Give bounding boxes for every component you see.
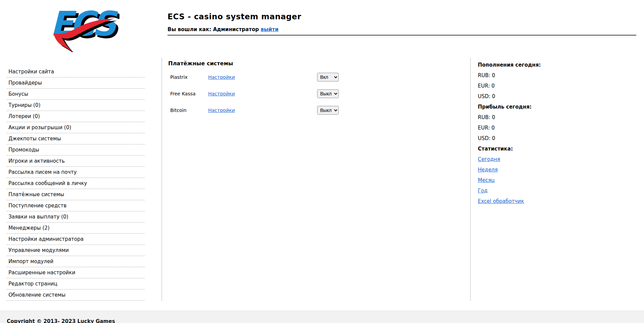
sidebar-menu-item[interactable]: Обновление системы [7,290,145,301]
payment-systems-list: Piastrix Настройки ВклВыкл Free Kassa На… [168,73,459,115]
sidebar-menu-item[interactable]: Редактор страниц [7,278,145,290]
statistics-link-row: Сегодня [478,157,579,167]
profit-value: RUB: 0 [478,115,579,125]
payment-system-name: Free Kassa [170,91,196,96]
payment-status-select[interactable]: ВклВыкл [317,89,339,98]
payment-status-select[interactable]: ВклВыкл [317,73,339,82]
ecs-logo: ECS ECS [45,4,119,52]
payment-system-row: Piastrix Настройки ВклВыкл [168,73,459,82]
sidebar-menu: Настройки сайта Провайдеры Бонусы Турнир… [7,66,145,301]
login-user: Администратор [213,26,259,32]
sidebar-menu-item[interactable]: Провайдеры [7,77,145,89]
sidebar-menu-item[interactable]: Джекпоты системы [7,133,145,144]
statistics-link[interactable]: Неделя [478,167,498,173]
payment-status-select[interactable]: ВклВыкл [317,106,339,115]
statistics-link[interactable]: Год [478,188,488,194]
sidebar-menu-item[interactable]: Турниры (0) [7,100,145,111]
footer: Copyright © 2013- 2023 Lucky Games [0,310,644,323]
payment-systems-title: Платёжные системы [168,60,459,67]
stats-panel: Пополнения сегодня: RUB: 0 EUR: 0 USD: 0… [478,62,579,209]
sidebar-menu-item[interactable]: Настройки сайта [7,66,145,77]
deposits-today-title: Пополнения сегодня: [478,62,579,73]
right-column-divider [470,58,471,301]
statistics-link[interactable]: Месяц [478,177,495,183]
sidebar-menu-item[interactable]: Импорт модулей [7,256,145,267]
sidebar-menu-item[interactable]: Рассылка писем на почту [7,167,145,178]
profit-today-values: RUB: 0 EUR: 0 USD: 0 [478,115,579,146]
payment-system-name: Bitcoin [170,108,186,113]
profit-value: EUR: 0 [478,125,579,136]
sidebar-menu-item[interactable]: Лотереи (0) [7,111,145,122]
sidebar-menu-item[interactable]: Бонусы [7,89,145,100]
payment-system-row: Bitcoin Настройки ВклВыкл [168,106,459,115]
statistics-title: Статистика: [478,146,579,157]
deposit-value: RUB: 0 [478,73,579,83]
payment-systems-panel: Платёжные системы Piastrix Настройки Вкл… [168,60,459,115]
sidebar-menu-item[interactable]: Рассылка сообщений в личку [7,178,145,189]
sidebar-menu-item[interactable]: Расширенные настройки [7,267,145,278]
sidebar-menu-item[interactable]: Игроки и активность [7,156,145,167]
sidebar-menu-item[interactable]: Управление модулями [7,245,145,256]
deposits-today-values: RUB: 0 EUR: 0 USD: 0 [478,73,579,104]
profit-today-title: Прибыль сегодня: [478,104,579,115]
deposit-value: EUR: 0 [478,83,579,94]
login-status-line: Вы вошли как: Администратор выйти [168,26,301,32]
statistics-links: Сегодня Неделя Месяц Год Excel обработчи… [478,157,579,209]
sidebar-menu-item[interactable]: Акции и розыгрыши (0) [7,122,145,133]
payment-settings-link[interactable]: Настройки [208,74,235,80]
header: ECS - casino system manager Вы вошли как… [168,12,301,32]
sidebar-menu-item[interactable]: Менеджеры (2) [7,223,145,234]
sidebar-menu-item[interactable]: Поступление средств [7,200,145,211]
sidebar-menu-item[interactable]: Промокоды [7,144,145,156]
statistics-link-row: Excel обработчик [478,199,579,209]
sidebar-menu-item[interactable]: Настройки администратора [7,234,145,245]
statistics-link-row: Месяц [478,178,579,188]
page-title: ECS - casino system manager [168,12,301,21]
statistics-link[interactable]: Excel обработчик [478,198,524,204]
sidebar-menu-item[interactable]: Платёжные системы [7,189,145,200]
copyright-text: Copyright © 2013- 2023 Lucky Games [7,318,115,323]
statistics-link[interactable]: Сегодня [478,156,500,162]
payment-system-row: Free Kassa Настройки ВклВыкл [168,89,459,98]
payment-system-name: Piastrix [170,74,187,80]
statistics-link-row: Неделя [478,167,579,178]
logout-link[interactable]: выйти [261,26,279,32]
sidebar-menu-item[interactable]: Заявки на выплату (0) [7,211,145,223]
statistics-link-row: Год [478,188,579,199]
payment-settings-link[interactable]: Настройки [208,108,235,113]
payment-settings-link[interactable]: Настройки [208,91,235,96]
left-column-divider [161,58,162,301]
header-divider [168,35,636,36]
login-prefix: Вы вошли как: [168,26,211,32]
profit-value: USD: 0 [478,136,579,146]
deposit-value: USD: 0 [478,94,579,104]
